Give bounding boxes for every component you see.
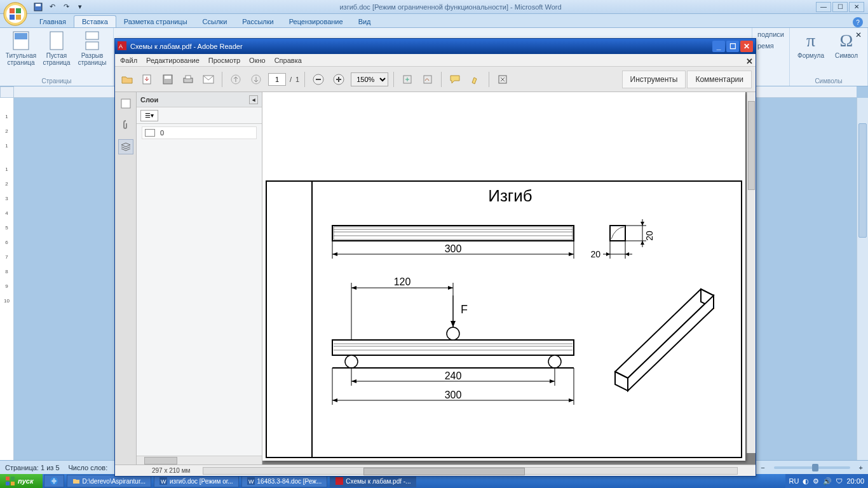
svg-text:300: 300 [445, 243, 462, 254]
word-close-button[interactable]: ✕ [849, 2, 864, 12]
reader-minimize-button[interactable]: _ [712, 41, 725, 52]
print-icon[interactable] [180, 71, 196, 88]
sign-icon[interactable] [419, 71, 436, 88]
email-icon[interactable] [200, 71, 217, 88]
export-pdf-icon[interactable] [139, 71, 156, 88]
menu-edit[interactable]: Редактирование [146, 57, 200, 64]
status-words[interactable]: Число слов: [69, 464, 108, 471]
task-word-1[interactable]: Wизгиб.doc [Режим ог... [154, 475, 239, 487]
blank-page-button[interactable]: Пустая страница [41, 30, 72, 66]
reader-menubar: Файл Редактирование Просмотр Окно Справк… [115, 54, 756, 67]
system-tray[interactable]: RU ◐ ⚙ 🔊 🛡 20:00 [785, 474, 868, 488]
save-icon[interactable] [33, 2, 43, 12]
tray-icon-3[interactable]: 🔊 [823, 477, 832, 485]
pdf-icon: A [118, 41, 126, 51]
layer-visibility-icon[interactable] [145, 129, 155, 137]
task-reader[interactable]: Схемы к лабам.pdf -... [330, 475, 416, 487]
svg-point-71 [548, 355, 561, 368]
svg-marker-76 [351, 379, 356, 383]
svg-rect-86 [11, 477, 15, 480]
zoom-in-icon[interactable]: + [859, 464, 863, 471]
tray-icon-4[interactable]: 🛡 [836, 477, 843, 485]
layers-icon[interactable] [118, 139, 133, 154]
tab-view[interactable]: Вид [351, 16, 379, 27]
clock[interactable]: 20:00 [846, 477, 864, 485]
tab-home[interactable]: Главная [32, 16, 74, 27]
task-word-2[interactable]: W16483.3-84.doc [Реж... [241, 475, 328, 487]
svg-marker-82 [332, 398, 337, 402]
svg-marker-41 [569, 252, 574, 256]
page-number-input[interactable] [268, 73, 286, 86]
menu-help[interactable]: Справка [275, 57, 302, 64]
undo-icon[interactable]: ↶ [47, 2, 57, 12]
word-maximize-button[interactable]: ☐ [832, 2, 848, 12]
read-mode-icon[interactable] [494, 71, 511, 88]
reader-vertical-scrollbar[interactable] [747, 92, 756, 453]
tab-layout[interactable]: Разметка страницы [116, 16, 195, 27]
share-icon[interactable] [399, 71, 416, 88]
menu-view[interactable]: Просмотр [208, 57, 240, 64]
start-button[interactable]: пуск [0, 474, 43, 488]
tray-icon-2[interactable]: ⚙ [813, 477, 819, 485]
highlight-icon[interactable] [467, 71, 484, 88]
reader-titlebar[interactable]: A Схемы к лабам.pdf - Adobe Reader _ ☐ ✕ [115, 39, 756, 54]
word-vertical-scrollbar[interactable] [857, 98, 868, 460]
pdf-page-area[interactable]: Изгиб 300 [262, 92, 756, 464]
svg-rect-17 [165, 76, 171, 79]
tab-review[interactable]: Рецензирование [281, 16, 351, 27]
prev-page-icon[interactable] [227, 71, 244, 88]
office-button[interactable] [3, 1, 28, 27]
collapse-panel-icon[interactable]: ◂ [249, 95, 258, 104]
menu-file[interactable]: Файл [120, 57, 137, 64]
date-time-label[interactable]: ремя [757, 42, 774, 50]
qat-dropdown-icon[interactable]: ▾ [75, 2, 85, 12]
signature-line-label[interactable]: подписи [757, 30, 784, 38]
nav-pane-icons [115, 92, 137, 464]
start-label: пуск [18, 477, 34, 485]
layers-options-icon[interactable]: ☰▾ [140, 110, 158, 121]
save-icon[interactable] [159, 71, 176, 88]
svg-marker-48 [625, 252, 629, 256]
svg-marker-67 [351, 286, 356, 290]
svg-marker-40 [332, 252, 337, 256]
group-symbols-label: Символы [815, 78, 842, 85]
ruler-vertical[interactable]: 12112345678910 [0, 98, 14, 460]
next-page-icon[interactable] [248, 71, 264, 88]
svg-rect-43 [610, 226, 625, 241]
comment-icon[interactable] [447, 71, 463, 88]
tray-icon-1[interactable]: ◐ [803, 477, 809, 485]
tab-insert[interactable]: Вставка [74, 15, 116, 27]
cover-page-button[interactable]: Титульная страница [5, 30, 37, 66]
reader-doc-close-button[interactable]: ✕ [746, 57, 753, 66]
lang-indicator[interactable]: RU [789, 477, 799, 485]
attachments-icon[interactable] [118, 118, 133, 133]
menu-window[interactable]: Окно [249, 57, 266, 64]
thumbnails-icon[interactable] [118, 96, 133, 111]
document-close-button[interactable]: ✕ [853, 29, 864, 41]
tools-button[interactable]: Инструменты [622, 71, 686, 88]
layer-row[interactable]: 0 [142, 126, 257, 139]
zoom-out-icon[interactable]: − [761, 464, 764, 471]
page-break-button[interactable]: Разрыв страницы [76, 30, 108, 66]
word-titlebar: ↶ ↷ ▾ изгиб.doc [Режим ограниченной функ… [0, 0, 868, 14]
open-file-icon[interactable] [119, 71, 135, 88]
word-minimize-button[interactable]: — [816, 2, 831, 12]
equation-button[interactable]: πФормула [795, 30, 827, 59]
zoom-out-icon[interactable] [310, 71, 327, 88]
tab-references[interactable]: Ссылки [195, 16, 235, 27]
zoom-slider[interactable] [774, 466, 850, 469]
status-page[interactable]: Страница: 1 из 5 [5, 464, 60, 471]
comments-button[interactable]: Комментарии [687, 71, 752, 88]
layers-horizontal-scrollbar[interactable] [137, 456, 262, 464]
reader-close-button[interactable]: ✕ [740, 41, 753, 52]
task-folder[interactable]: D:\derevo\Aspirantur... [67, 475, 152, 487]
svg-text:W: W [248, 478, 254, 485]
reader-maximize-button[interactable]: ☐ [726, 41, 739, 52]
zoom-select[interactable]: 150% [351, 72, 388, 86]
tab-mailings[interactable]: Рассылки [234, 16, 281, 27]
reader-horizontal-scrollbar[interactable] [203, 467, 738, 475]
quick-launch-ie[interactable] [44, 475, 64, 487]
help-icon[interactable]: ? [853, 17, 863, 27]
zoom-in-icon[interactable] [330, 71, 347, 88]
redo-icon[interactable]: ↷ [61, 2, 71, 12]
